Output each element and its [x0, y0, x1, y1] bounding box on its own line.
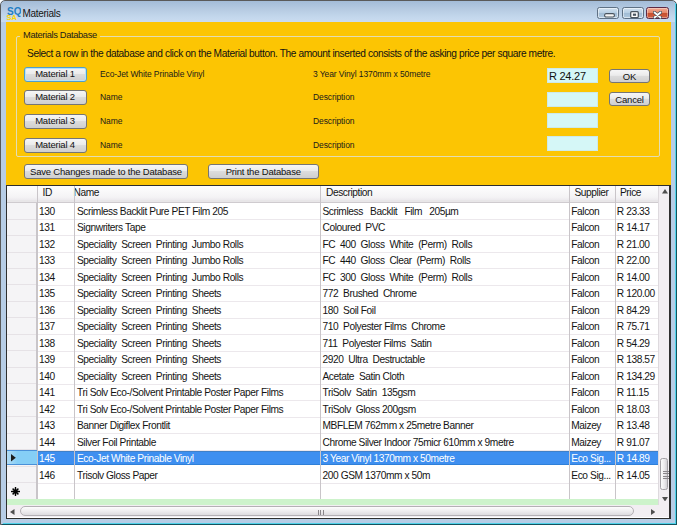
svg-text:SA: SA	[7, 13, 18, 21]
